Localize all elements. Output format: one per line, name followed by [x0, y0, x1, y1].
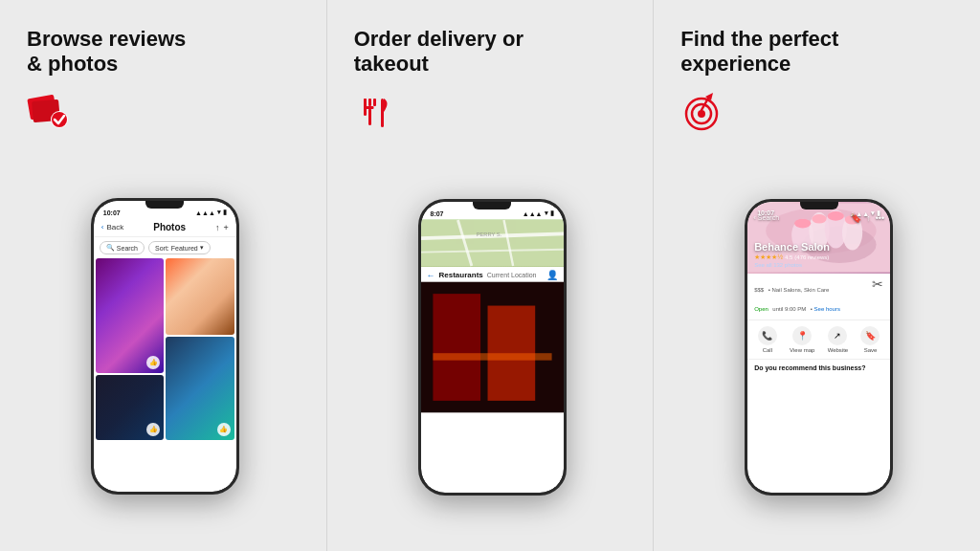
- phone3-screen: 10:07 ▲▲▲ ▾ ▮ ‹ Search 🔖: [747, 202, 890, 493]
- photo-like-btn-2[interactable]: 👍: [146, 423, 160, 436]
- call-action[interactable]: 📞 Call: [758, 326, 777, 353]
- delivery-title: Order delivery or takeout: [354, 27, 523, 77]
- phone1: 10:07 ▲▲▲ ▾ ▮ ‹ Back Photos ↑: [91, 198, 239, 495]
- phone3: 10:07 ▲▲▲ ▾ ▮ ‹ Search 🔖: [745, 199, 893, 496]
- delivery-panel: Order delivery or takeout 8:07 ▲▲▲: [326, 0, 654, 551]
- salon-hours-row: Open until 9:00 PM • See hours: [754, 298, 883, 315]
- map-label: View map: [790, 347, 814, 353]
- call-icon: 📞: [762, 331, 772, 341]
- restaurant-side-photo: [504, 303, 558, 356]
- search-icon: 🔍: [106, 244, 115, 252]
- photo-bar-dark: 👍: [96, 375, 165, 440]
- photo-bar-cocktail: 👍: [96, 258, 165, 373]
- salon-rating: 4.5: [785, 254, 792, 260]
- utensils-icon: [354, 91, 398, 141]
- salon-hours: until 9:00 PM: [772, 306, 806, 312]
- photo-venue-blue: 👍: [166, 337, 234, 440]
- phone2: 8:07 ▲▲▲ ▾ ▮ PERRY S.: [418, 199, 567, 496]
- phone1-container: 10:07 ▲▲▲ ▾ ▮ ‹ Back Photos ↑: [27, 152, 303, 551]
- save-icon: 🔖: [865, 331, 876, 341]
- map-action[interactable]: 📍 View map: [790, 326, 814, 353]
- browse-title: Browse reviews & photos: [27, 27, 186, 77]
- back-label: Search: [758, 214, 779, 221]
- recommend-question: Do you recommend this business?: [747, 360, 890, 376]
- svg-rect-24: [433, 303, 480, 401]
- phone2-screen: 8:07 ▲▲▲ ▾ ▮ PERRY S.: [421, 202, 564, 493]
- call-icon-circle: 📞: [758, 326, 777, 345]
- phone3-container: 10:07 ▲▲▲ ▾ ▮ ‹ Search 🔖: [680, 154, 957, 551]
- svg-rect-7: [373, 99, 376, 106]
- bookmark-icon[interactable]: 🔖: [851, 213, 861, 223]
- more-icon[interactable]: •••: [876, 213, 884, 223]
- phone1-notch: [145, 201, 184, 209]
- website-label: Website: [828, 347, 849, 353]
- phone1-time: 10:07: [103, 209, 121, 216]
- add-icon[interactable]: +: [224, 223, 229, 232]
- salon-hero: 10:07 ▲▲▲ ▾ ▮ ‹ Search 🔖: [747, 202, 890, 274]
- photo-food-amber: [166, 258, 234, 335]
- phone1-status-icons: ▲▲▲ ▾ ▮: [195, 209, 227, 216]
- save-label: Save: [864, 347, 878, 353]
- phone1-back[interactable]: ‹ Back: [101, 223, 123, 231]
- search-label: Search: [117, 245, 138, 252]
- wifi-icon: ▾: [217, 209, 221, 216]
- svg-point-39: [794, 219, 811, 229]
- phone1-header-actions[interactable]: ↑ +: [215, 223, 229, 232]
- share-icon[interactable]: ↑: [866, 213, 871, 223]
- camera-review-icon: [27, 91, 71, 139]
- sort-label: Sort: Featured: [155, 245, 198, 252]
- svg-rect-26: [433, 354, 551, 361]
- salon-name: Behance Salon: [754, 241, 830, 253]
- salon-rating-row: ★★★★½ 4.5 (476 reviews): [754, 253, 830, 261]
- price-label: $$$: [754, 287, 764, 293]
- photo-col-left: 👍 👍: [96, 258, 165, 440]
- phone1-screen: 10:07 ▲▲▲ ▾ ▮ ‹ Back Photos ↑: [94, 201, 236, 492]
- search-pill[interactable]: 🔍 Search: [100, 241, 145, 254]
- website-icon-circle: ↗: [828, 326, 847, 345]
- call-label: Call: [763, 347, 772, 353]
- salon-category: $$$ • Nail Salons, Skin Care: [754, 278, 883, 296]
- phone3-notch: [800, 202, 838, 209]
- svg-rect-9: [368, 108, 371, 125]
- phone2-container: 8:07 ▲▲▲ ▾ ▮ PERRY S.: [354, 154, 631, 551]
- map-icon: 📍: [797, 331, 808, 341]
- see-hours-link[interactable]: See hours: [814, 306, 840, 312]
- back-label: Back: [107, 223, 124, 231]
- salon-reviews: (476 reviews): [794, 254, 829, 260]
- svg-rect-25: [487, 306, 535, 401]
- experience-panel: Find the perfect experience: [653, 0, 980, 551]
- categories: Nail Salons, Skin Care: [771, 287, 829, 293]
- back-chevron-icon: ‹: [101, 223, 104, 231]
- salon-name-area: Behance Salon ★★★★½ 4.5 (476 reviews) Se…: [754, 241, 830, 268]
- battery-icon: ▮: [223, 209, 227, 216]
- photo-like-btn-3[interactable]: 👍: [217, 423, 231, 436]
- salon-actions: 📞 Call 📍 View map ↗ Websi: [747, 320, 890, 360]
- svg-rect-10: [381, 99, 384, 127]
- signal-icon: ▲▲▲: [195, 209, 215, 216]
- sort-pill[interactable]: Sort: Featured ▾: [148, 241, 211, 254]
- photo-grid: 👍 👍 👍: [94, 258, 236, 440]
- website-action[interactable]: ↗ Website: [828, 326, 849, 353]
- photo-col-right: 👍: [166, 258, 234, 440]
- svg-rect-5: [364, 99, 367, 106]
- experience-title: Find the perfect experience: [680, 27, 838, 77]
- salon-details: ✂ $$$ • Nail Salons, Skin Care Open unti…: [747, 274, 890, 320]
- browse-panel: Browse reviews & photos 10:07 ▲▲▲ ▾: [0, 0, 326, 551]
- phone3-back[interactable]: ‹ Search: [753, 213, 779, 222]
- photo-like-btn-1[interactable]: 👍: [146, 356, 160, 369]
- salon-photos-link[interactable]: See all 132 photos: [754, 262, 830, 268]
- website-icon: ↗: [834, 331, 841, 341]
- map-icon-circle: 📍: [792, 326, 812, 345]
- target-experience-icon: [680, 91, 724, 141]
- restaurant-images: [426, 303, 559, 356]
- svg-rect-6: [368, 99, 371, 106]
- save-icon-circle: 🔖: [860, 326, 880, 345]
- photos-title: Photos: [153, 222, 186, 232]
- share-icon[interactable]: ↑: [215, 223, 220, 232]
- phone3-header-actions: 🔖 ↑ •••: [851, 213, 884, 223]
- salon-stars: ★★★★½: [754, 253, 783, 261]
- phone1-filters: 🔍 Search Sort: Featured ▾: [94, 237, 236, 258]
- open-status: Open: [754, 306, 768, 312]
- restaurant-card: 1. Ramen Yum 0.4 mi ★★★★½ 4.4 (510 revie…: [426, 303, 559, 405]
- save-action[interactable]: 🔖 Save: [860, 326, 880, 353]
